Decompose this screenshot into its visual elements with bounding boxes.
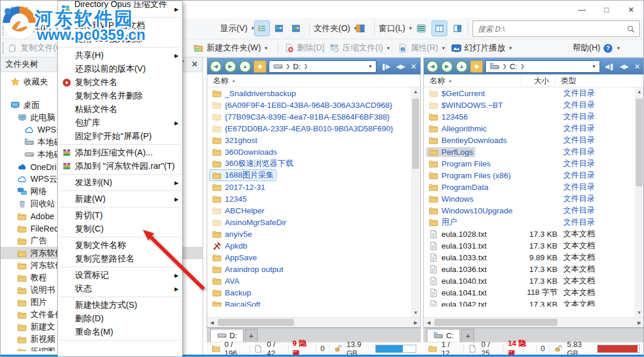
context-menu-item[interactable]: 复制文件名并删除 xyxy=(58,89,182,103)
window-menu-button[interactable]: 窗口(L)▼ xyxy=(379,18,413,39)
file-row[interactable]: Apkdb xyxy=(207,240,411,251)
file-row[interactable]: eula.1031.txt17.3 KB文本文档 xyxy=(424,240,635,251)
properties-button[interactable]: i属性(R)▼ xyxy=(398,39,446,57)
file-row[interactable]: $WINDOWS.~BT文件目录 xyxy=(424,99,635,111)
file-row[interactable]: AisinoMgrSafeDir xyxy=(207,216,411,228)
close-pane-icon[interactable]: ✕ xyxy=(632,62,642,71)
context-menu-item[interactable]: 复制文件名称 xyxy=(58,239,182,252)
chevron-down-icon[interactable]: ▼ xyxy=(592,64,597,69)
new-tab-button[interactable]: + xyxy=(245,329,258,342)
dual-display-button[interactable] xyxy=(352,21,368,36)
scroll-down-icon[interactable]: ▼ xyxy=(411,308,420,317)
scroll-right-icon[interactable]: ▶ xyxy=(635,318,644,327)
context-menu-item[interactable]: 删除(D) xyxy=(58,312,182,325)
copy-files-button[interactable]: 复制文件(C xyxy=(8,39,62,57)
view-tiles-button[interactable] xyxy=(271,21,287,36)
file-row[interactable]: eula.1042.txt17.3 KB文本文档 xyxy=(424,298,635,307)
toolbar-drag-handle[interactable] xyxy=(2,42,4,54)
context-menu-item[interactable]: 复制文件名 xyxy=(58,76,182,89)
file-row[interactable]: Backup xyxy=(207,287,411,298)
file-row[interactable]: ABCHelper xyxy=(207,205,411,216)
scroll-up-icon[interactable]: ▲ xyxy=(411,87,420,96)
file-row[interactable]: PerfLogs文件目录 xyxy=(424,146,635,158)
context-menu-item[interactable]: 复制完整路径名 xyxy=(58,252,182,266)
file-row[interactable]: Windows文件目录 xyxy=(424,193,635,205)
file-row[interactable]: {E67DD0BA-233F-4EA9-B010-9B0A3D58F690} xyxy=(207,123,411,134)
context-menu-item[interactable]: 包扩库▶ xyxy=(58,116,182,130)
file-row[interactable]: 123456文件目录 xyxy=(424,111,635,123)
toolbar-drag-handle[interactable] xyxy=(2,21,4,36)
breadcrumb[interactable]: ❯ D: ❯ ▼ xyxy=(269,60,376,73)
file-row[interactable]: Araindrop output xyxy=(207,263,411,275)
new-folder-button[interactable]: 新建文件夹(W)▼ xyxy=(194,39,268,57)
breadcrumb-drive[interactable]: C: xyxy=(510,62,518,71)
context-menu-item[interactable]: 剪切(T) xyxy=(58,209,182,222)
open-padlock-icon[interactable] xyxy=(333,345,342,352)
sync-panes-icon[interactable]: ◀▶ xyxy=(394,63,406,70)
context-menu-item[interactable]: 粘贴文件名 xyxy=(58,103,182,116)
delete-button[interactable]: 删除(D) xyxy=(284,39,324,57)
file-row[interactable]: AVA xyxy=(207,275,411,287)
column-size[interactable]: 大小 xyxy=(522,76,555,86)
vertical-scrollbar[interactable]: ▲ ▼ xyxy=(635,87,644,317)
context-menu-item[interactable]: Directory Opus 压缩文件(A)▶ xyxy=(58,2,182,16)
new-tab-button[interactable]: + xyxy=(461,329,474,342)
swap-panes-icon[interactable]: ◀❚ xyxy=(602,63,615,70)
file-row[interactable]: Allegorithmic文件目录 xyxy=(424,123,635,134)
context-menu-item[interactable]: 设置标记▶ xyxy=(58,268,182,282)
folders-menu-button[interactable]: 文件夹(O)▼ xyxy=(314,18,358,39)
forward-button[interactable]: ▶ xyxy=(224,60,237,73)
scroll-right-icon[interactable]: ▶ xyxy=(411,318,420,327)
scroll-left-icon[interactable]: ◀ xyxy=(424,318,433,327)
file-row[interactable]: 321ghost xyxy=(207,134,411,146)
column-type[interactable]: 类型 xyxy=(555,76,582,86)
file-row[interactable]: _Snaildriversbackup xyxy=(207,87,411,99)
context-menu-item[interactable]: 上传到WPS云文档 xyxy=(58,19,182,32)
file-row[interactable]: Program Files (x86)文件目录 xyxy=(424,169,635,181)
scroll-down-icon[interactable]: ▼ xyxy=(635,308,644,317)
context-menu-item[interactable]: 复制(C) xyxy=(58,222,182,236)
context-menu-item[interactable]: 发送到(N)▶ xyxy=(58,176,182,189)
minimize-button[interactable]: — xyxy=(570,1,594,18)
layout-vertical-button[interactable] xyxy=(431,21,447,36)
column-name[interactable]: 名称▲ xyxy=(424,76,522,86)
file-row[interactable]: eula.1028.txt17.3 KB文本文档 xyxy=(424,228,635,240)
archive-button[interactable]: 压缩文件(I)▼ xyxy=(330,39,390,57)
up-button[interactable]: ▲ xyxy=(239,60,251,73)
context-menu-item[interactable]: 还原以前的版本(V) xyxy=(58,62,182,76)
file-row[interactable]: Program Files文件目录 xyxy=(424,158,635,169)
close-pane-icon[interactable]: ✕ xyxy=(409,62,418,71)
file-row[interactable]: 用户文件目录 xyxy=(424,216,635,228)
file-row[interactable]: AppSave xyxy=(207,251,411,263)
context-menu-item[interactable]: 新建快捷方式(S) xyxy=(58,298,182,312)
favorites-button[interactable]: ★ xyxy=(470,60,483,73)
slideshow-button[interactable]: 幻灯片播放▼ xyxy=(451,39,513,57)
file-row[interactable]: eula.1040.txt17.3 KB文本文档 xyxy=(424,275,635,287)
context-menu-item[interactable]: 添加到 "河东软件园.rar"(T) xyxy=(58,159,182,173)
breadcrumb-drive[interactable]: D: xyxy=(293,62,301,71)
context-menu-item[interactable]: 共享(H)▶ xyxy=(58,49,182,62)
view-details-button[interactable] xyxy=(254,21,270,36)
context-menu-item[interactable]: 使用 360强力删除 xyxy=(58,32,182,46)
file-row[interactable]: 360极速浏览器下载 xyxy=(207,158,411,169)
context-menu-item[interactable]: 添加到压缩文件(A)... xyxy=(58,146,182,159)
file-row[interactable]: 12345 xyxy=(207,193,411,205)
search-icon[interactable] xyxy=(626,25,636,33)
open-padlock-icon[interactable] xyxy=(554,345,563,352)
up-button[interactable]: ▲ xyxy=(455,60,468,73)
display-menu-button[interactable]: 显示(V)▼ xyxy=(220,18,255,39)
forward-button[interactable]: ▶ xyxy=(441,60,453,73)
breadcrumb[interactable]: ❯ C: ❯ ▼ xyxy=(485,60,600,73)
maximize-button[interactable]: □ xyxy=(594,1,619,18)
file-row[interactable]: anyiv5e xyxy=(207,228,411,240)
file-row[interactable]: Windows10Upgrade文件目录 xyxy=(424,205,635,216)
favorites-button[interactable]: ★ xyxy=(254,60,266,73)
search-box[interactable] xyxy=(472,21,640,37)
column-name[interactable]: 名称▲ xyxy=(207,76,242,86)
close-panel-icon[interactable]: ✕ xyxy=(191,60,198,69)
sync-panes-icon[interactable]: ◀▶ xyxy=(618,63,630,70)
file-row[interactable]: eula.1036.txt17.3 KB文本文档 xyxy=(424,263,635,275)
help-button[interactable]: 帮助(H)?▼ xyxy=(573,39,621,57)
file-row[interactable]: {77B09C3A-839E-4ea7-81BA-E5864F6BF388} xyxy=(207,111,411,123)
layout-viewer-button[interactable] xyxy=(450,21,465,36)
